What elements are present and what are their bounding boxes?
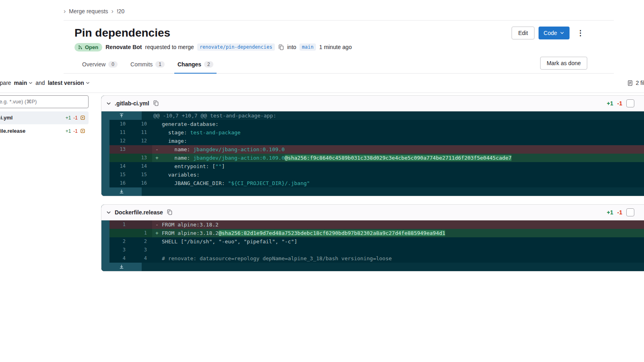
line-number-new[interactable]: [131, 220, 152, 229]
file-name[interactable]: .gitlab-ci.yml: [115, 100, 149, 107]
expand-down-button[interactable]: [101, 187, 142, 196]
line-number-old[interactable]: 11: [109, 128, 131, 137]
line-number-old[interactable]: 15: [109, 171, 131, 179]
line-number-old[interactable]: [109, 229, 131, 237]
code-segment: JBANG_CACHE_DIR:: [162, 180, 228, 186]
diff-file-panel: .gitlab-ci.yml+1-1@@ -10,7 +10,7 @@ test…: [101, 95, 644, 196]
line-number-new[interactable]: 12: [131, 137, 152, 145]
file-header-stats: +1-1: [607, 205, 634, 220]
expand-down-button[interactable]: [101, 263, 142, 271]
diff-line: [101, 187, 644, 196]
diff-gutter-strip: [101, 179, 109, 187]
added-lines-count: +1: [66, 128, 71, 134]
line-number-old[interactable]: 2: [109, 237, 131, 246]
source-version-label: main: [14, 80, 27, 86]
mr-author[interactable]: Renovate Bot: [105, 44, 142, 50]
diff-marker: [152, 162, 161, 171]
line-number-old[interactable]: 10: [109, 120, 131, 128]
requested-text: requested to merge: [145, 44, 194, 50]
line-number-old[interactable]: [109, 154, 131, 162]
tab-commits[interactable]: Commits1: [124, 56, 171, 73]
diff-gutter-strip: [101, 171, 109, 179]
line-number-old[interactable]: 4: [109, 254, 131, 263]
diff-line: 1414 entrypoint: [""]: [101, 162, 644, 171]
file-tree-item-name: Dockerfile.release: [0, 128, 25, 134]
code-segment: name:: [162, 146, 193, 152]
target-branch-chip[interactable]: main: [299, 43, 316, 51]
tab-count-badge: 1: [155, 61, 165, 68]
source-branch-chip[interactable]: renovate/pin-dependencies: [197, 43, 275, 51]
diff-line-content: name: jbangdev/jbang-action:0.109.0: [161, 145, 644, 154]
mr-content: Pin dependencies Edit Code ⋮: [64, 20, 614, 74]
viewed-checkbox[interactable]: [626, 99, 634, 107]
source-version-dropdown[interactable]: main: [14, 80, 33, 86]
into-text: into: [287, 44, 297, 50]
diff-marker: [152, 179, 161, 187]
copy-file-path-button[interactable]: [153, 100, 159, 106]
tab-label: Commits: [130, 61, 153, 68]
file-name[interactable]: Dockerfile.release: [115, 209, 163, 216]
file-tree-item-stats: +1-1: [66, 115, 85, 121]
file-lines-icon: [627, 80, 633, 86]
more-options-button[interactable]: ⋮: [574, 29, 587, 37]
diff-line-content: # renovate: datasource=repology depName=…: [161, 254, 644, 263]
file-tree-item[interactable]: .gitlab-ci.yml+1-1: [0, 111, 89, 124]
file-search-input[interactable]: [0, 95, 89, 108]
line-number-old[interactable]: 1: [109, 220, 131, 229]
tab-changes[interactable]: Changes2: [171, 56, 220, 73]
line-number-new[interactable]: 2: [131, 237, 152, 246]
diff-marker: [152, 171, 161, 179]
line-number-new[interactable]: 3: [131, 246, 152, 254]
breadcrumb-chevron-icon: ›: [111, 8, 114, 14]
copy-file-path-button[interactable]: [167, 209, 173, 215]
diff-line: 1515 variables:: [101, 171, 644, 179]
line-number-old[interactable]: 13: [109, 145, 131, 154]
breadcrumb-merge-requests[interactable]: Merge requests: [69, 8, 108, 14]
line-number-new[interactable]: 14: [131, 162, 152, 171]
viewed-checkbox[interactable]: [626, 208, 634, 216]
removed-lines-count: -1: [73, 128, 78, 134]
line-number-old[interactable]: 14: [109, 162, 131, 171]
line-number-old[interactable]: 16: [109, 179, 131, 187]
diff-line: 13+ name: jbangdev/jbang-action:0.109.0@…: [101, 154, 644, 162]
copy-branch-button[interactable]: [278, 44, 284, 50]
code-segment: test-and-package: [190, 130, 240, 136]
line-number-new[interactable]: 4: [131, 254, 152, 263]
tab-label: Overview: [82, 61, 105, 68]
line-number-new[interactable]: 13: [131, 154, 152, 162]
diff-marker: [152, 137, 161, 145]
diff-marker: +: [152, 154, 161, 162]
code-dropdown-button[interactable]: Code: [539, 27, 570, 39]
diff-line-content: generate-database:: [161, 120, 644, 128]
diff-line: 1616 JBANG_CACHE_DIR: "${CI_PROJECT_DIR}…: [101, 179, 644, 187]
diff-line: 44# renovate: datasource=repology depNam…: [101, 254, 644, 263]
diff-gutter-strip: [101, 128, 109, 137]
diff-table: @@ -10,7 +10,7 @@ test-and-package-app:1…: [101, 111, 644, 196]
code-segment: # renovate: datasource=repology depName=…: [162, 255, 392, 261]
tab-overview[interactable]: Overview0: [76, 56, 124, 73]
mr-tabs-row: Overview0Commits1Changes2 Mark as done: [64, 56, 614, 74]
code-segment: stage:: [162, 130, 190, 136]
line-number-new[interactable]: 15: [131, 171, 152, 179]
line-number-new[interactable]: 10: [131, 120, 152, 128]
file-tree-item[interactable]: Dockerfile.release+1-1: [0, 125, 89, 138]
line-number-old[interactable]: 3: [109, 246, 131, 254]
tabs: Overview0Commits1Changes2: [76, 56, 220, 73]
line-number-new[interactable]: 11: [131, 128, 152, 137]
diff-marker: +: [152, 229, 161, 237]
status-label: Open: [85, 44, 98, 50]
file-tree-item-name: .gitlab-ci.yml: [0, 115, 12, 121]
line-number-new[interactable]: 16: [131, 179, 152, 187]
mark-as-done-button[interactable]: Mark as done: [540, 57, 587, 70]
expand-up-button[interactable]: [101, 111, 142, 120]
collapse-file-button[interactable]: [106, 210, 111, 215]
breadcrumb-mr-id[interactable]: !20: [117, 8, 124, 14]
diff-line-content: entrypoint: [""]: [161, 162, 644, 171]
collapse-file-button[interactable]: [106, 101, 111, 106]
line-number-old[interactable]: 12: [109, 137, 131, 145]
diff-layout: .gitlab-ci.yml+1-1Dockerfile.release+1-1…: [0, 95, 644, 280]
edit-button[interactable]: Edit: [512, 27, 534, 39]
target-version-dropdown[interactable]: latest version: [48, 80, 90, 86]
line-number-new[interactable]: [131, 145, 152, 154]
line-number-new[interactable]: 1: [131, 229, 152, 237]
